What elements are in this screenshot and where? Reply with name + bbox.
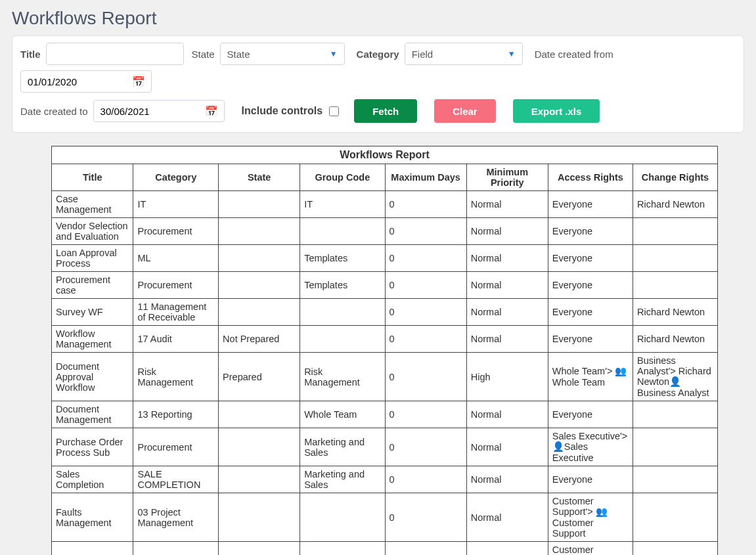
- table-cell: [219, 272, 300, 299]
- table-cell: 0: [385, 272, 466, 299]
- table-cell: 01 Accounts Receivable: [133, 542, 219, 556]
- table-cell: Billing corrections: [52, 542, 133, 556]
- report-container: Workflows Report TitleCategoryStateGroup…: [12, 133, 744, 555]
- table-cell: 0: [385, 428, 466, 466]
- date-to-input[interactable]: [93, 100, 225, 122]
- table-cell: Whole Team'> 👥 Whole Team: [548, 353, 633, 401]
- table-row: Document Approval WorkflowRisk Managemen…: [52, 353, 718, 401]
- workflows-table: Workflows Report TitleCategoryStateGroup…: [51, 146, 718, 555]
- table-cell: Business Analyst'> Richard Newton👤 Busin…: [633, 353, 718, 401]
- column-header: Change Rights: [633, 164, 718, 191]
- page-title: Workflows Report: [12, 8, 744, 29]
- table-cell: [300, 299, 385, 326]
- table-cell: Procurement: [133, 218, 219, 245]
- table-cell: High: [466, 353, 548, 401]
- column-header: Title: [52, 164, 133, 191]
- date-from-label: Date created from: [535, 49, 613, 60]
- table-cell: [219, 191, 300, 218]
- table-cell: Normal: [466, 401, 548, 428]
- table-cell: Richard Newton: [633, 191, 718, 218]
- table-cell: ML: [133, 245, 219, 272]
- table-cell: 0: [385, 466, 466, 493]
- column-header: Category: [133, 164, 219, 191]
- table-cell: [633, 245, 718, 272]
- table-cell: Templates: [300, 245, 385, 272]
- fetch-button[interactable]: Fetch: [354, 99, 417, 123]
- column-header: Group Code: [300, 164, 385, 191]
- filter-panel: Title State State ▼ Category Field ▼ Dat…: [12, 35, 744, 133]
- table-cell: Normal: [466, 299, 548, 326]
- table-cell: [219, 493, 300, 542]
- chevron-down-icon: ▼: [330, 49, 338, 58]
- table-cell: Procurement: [133, 272, 219, 299]
- state-select[interactable]: State ▼: [220, 43, 345, 65]
- table-cell: [219, 218, 300, 245]
- include-controls-checkbox[interactable]: [329, 106, 339, 116]
- table-cell: [633, 272, 718, 299]
- table-cell: IT: [300, 191, 385, 218]
- table-cell: 0: [385, 191, 466, 218]
- table-cell: Customer Support'> 👥 Customer Support: [548, 542, 633, 556]
- table-cell: Procurement: [133, 428, 219, 466]
- table-cell: 0: [385, 245, 466, 272]
- table-cell: 13 Reporting: [133, 401, 219, 428]
- table-cell: 0: [385, 218, 466, 245]
- title-label: Title: [20, 49, 41, 60]
- table-cell: Normal: [466, 466, 548, 493]
- table-cell: [219, 245, 300, 272]
- table-cell: Case Management: [52, 191, 133, 218]
- table-cell: [633, 542, 718, 556]
- table-cell: [300, 542, 385, 556]
- table-cell: Richard Newton: [633, 326, 718, 353]
- table-cell: Procurement case: [52, 272, 133, 299]
- table-cell: [633, 428, 718, 466]
- table-row: Document Management13 ReportingWhole Tea…: [52, 401, 718, 428]
- table-cell: Customer Support'> 👥 Customer Support: [548, 493, 633, 542]
- table-cell: [219, 401, 300, 428]
- clear-button[interactable]: Clear: [434, 99, 496, 123]
- table-cell: Everyone: [548, 218, 633, 245]
- table-cell: Prepared: [219, 353, 300, 401]
- table-row: Billing corrections01 Accounts Receivabl…: [52, 542, 718, 556]
- title-input[interactable]: [46, 43, 184, 65]
- table-cell: Sales Completion: [52, 466, 133, 493]
- table-cell: Normal: [466, 191, 548, 218]
- table-cell: Normal: [466, 245, 548, 272]
- table-cell: Everyone: [548, 401, 633, 428]
- table-row: Procurement caseProcurementTemplates0Nor…: [52, 272, 718, 299]
- export-button[interactable]: Export .xls: [513, 99, 600, 123]
- table-cell: [300, 218, 385, 245]
- table-cell: IT: [133, 191, 219, 218]
- table-cell: 0: [385, 542, 466, 556]
- table-cell: [633, 493, 718, 542]
- table-row: Purchase Order Process SubProcurementMar…: [52, 428, 718, 466]
- category-selected: Field: [412, 49, 434, 60]
- column-header: Access Rights: [548, 164, 633, 191]
- table-cell: Normal: [466, 218, 548, 245]
- table-row: Survey WF11 Management of Receivable0Nor…: [52, 299, 718, 326]
- table-cell: Risk Management: [133, 353, 219, 401]
- table-row: Faults Management03 Project Management0N…: [52, 493, 718, 542]
- table-cell: Everyone: [548, 466, 633, 493]
- table-cell: [300, 326, 385, 353]
- table-cell: Normal: [466, 428, 548, 466]
- table-row: Case ManagementITIT0NormalEveryoneRichar…: [52, 191, 718, 218]
- table-cell: Richard Newton: [633, 299, 718, 326]
- table-cell: Sales Executive'> 👤Sales Executive: [548, 428, 633, 466]
- column-header: Minimum Priority: [466, 164, 548, 191]
- table-cell: Marketing and Sales: [300, 428, 385, 466]
- state-label: State: [192, 49, 215, 60]
- table-cell: [633, 466, 718, 493]
- table-cell: Document Approval Workflow: [52, 353, 133, 401]
- table-cell: 0: [385, 493, 466, 542]
- table-cell: Normal: [466, 493, 548, 542]
- category-select[interactable]: Field ▼: [405, 43, 523, 65]
- table-cell: Normal: [466, 326, 548, 353]
- table-cell: Loan Approval Process: [52, 245, 133, 272]
- table-cell: Everyone: [548, 326, 633, 353]
- date-from-input[interactable]: [20, 70, 152, 93]
- table-cell: Everyone: [548, 299, 633, 326]
- table-row: Loan Approval ProcessMLTemplates0NormalE…: [52, 245, 718, 272]
- include-controls-wrap: Include controls: [242, 104, 342, 118]
- table-cell: 0: [385, 353, 466, 401]
